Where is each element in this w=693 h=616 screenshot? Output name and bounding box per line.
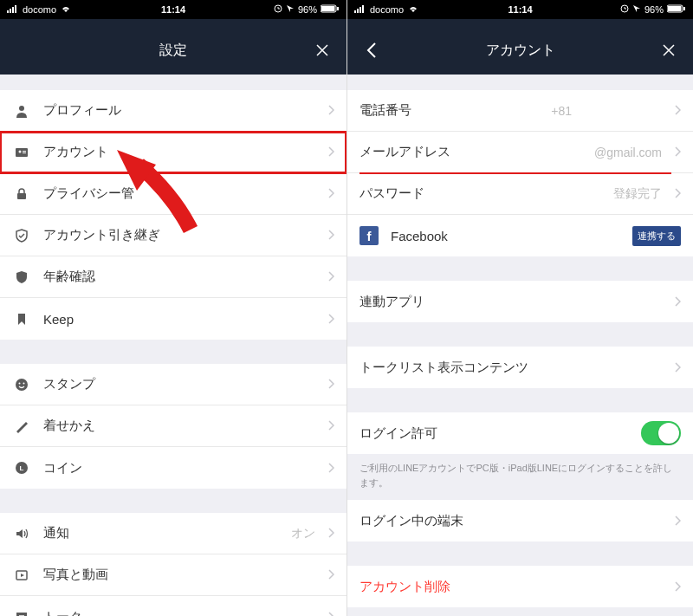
wifi-icon [60, 4, 72, 15]
page-title: アカウント [486, 42, 555, 60]
battery-label: 96% [298, 4, 317, 15]
row-linked-apps[interactable]: 連動アプリ [347, 281, 693, 322]
row-label: 着せかえ [43, 418, 315, 434]
chevron-right-icon [674, 580, 681, 594]
chevron-right-icon [327, 461, 334, 476]
svg-rect-30 [683, 7, 685, 10]
tab-strip [0, 19, 346, 26]
svg-rect-7 [337, 7, 339, 10]
row-coins[interactable]: L コイン [0, 447, 346, 489]
close-button[interactable] [644, 26, 693, 75]
chevron-right-icon [327, 103, 334, 118]
play-icon [12, 567, 31, 583]
badge-icon [12, 269, 31, 285]
svg-rect-6 [321, 6, 335, 11]
row-login-allow[interactable]: ログイン許可 [347, 412, 693, 454]
row-themes[interactable]: 着せかえ [0, 405, 346, 447]
svg-rect-0 [7, 10, 9, 13]
row-privacy[interactable]: プライバシー管 [0, 173, 346, 215]
chevron-right-icon [674, 360, 681, 375]
row-label: 写真と動画 [43, 567, 315, 583]
login-allow-help: ご利用のLINEアカウントでPC版・iPad版LINEにログインすることを許しま… [347, 454, 693, 500]
login-allow-toggle[interactable] [641, 421, 681, 445]
svg-point-15 [19, 382, 21, 384]
chevron-right-icon [674, 103, 681, 118]
row-label: 電話番号 [359, 102, 539, 119]
chevron-left-icon [366, 42, 378, 59]
svg-point-16 [23, 382, 25, 384]
row-talk[interactable]: トーク [0, 596, 346, 616]
row-label: ログイン中の端末 [359, 513, 662, 529]
account-screen: docomo 11:14 96% アカウント 電話番号 +81 [346, 0, 693, 616]
row-photos[interactable]: 写真と動画 [0, 554, 346, 596]
row-label: プライバシー管 [43, 185, 315, 202]
facebook-link-button[interactable]: 連携する [632, 226, 681, 246]
svg-point-14 [16, 379, 28, 391]
status-bar: docomo 11:14 96% [0, 0, 346, 19]
row-account[interactable]: アカウント [0, 132, 346, 173]
lock-icon [12, 186, 31, 202]
annotation-underline [359, 172, 671, 174]
chevron-right-icon [327, 228, 334, 243]
chevron-right-icon [327, 312, 334, 327]
tab-strip [347, 19, 693, 26]
row-profile[interactable]: プロフィール [0, 90, 346, 132]
row-phone[interactable]: 電話番号 +81 [347, 90, 693, 132]
person-icon [12, 103, 31, 119]
chevron-right-icon [327, 186, 334, 201]
row-label: トーク [43, 609, 315, 617]
settings-list: プロフィール アカウント プライバシー管 アカウント引き継ぎ 年齢確認 [0, 75, 346, 616]
row-notifications[interactable]: 通知 オン [0, 513, 346, 554]
back-button[interactable] [347, 26, 396, 75]
row-value: オン [291, 526, 315, 541]
account-list: 電話番号 +81 メールアドレス @gmail.com パスワード 登録完了 f… [347, 75, 693, 616]
svg-rect-3 [15, 5, 16, 13]
svg-point-8 [19, 106, 24, 111]
chevron-right-icon [327, 526, 334, 541]
row-login-devices[interactable]: ログイン中の端末 [347, 500, 693, 541]
svg-rect-24 [357, 9, 359, 13]
battery-label: 96% [644, 4, 664, 15]
bookmark-icon [12, 311, 31, 327]
row-age[interactable]: 年齢確認 [0, 256, 346, 298]
row-value: +81 [551, 104, 572, 118]
row-password[interactable]: パスワード 登録完了 [347, 173, 693, 215]
chevron-right-icon [327, 269, 334, 284]
row-value: 登録完了 [613, 186, 662, 202]
svg-rect-25 [359, 7, 361, 13]
row-label: アカウント削除 [359, 579, 662, 595]
close-button[interactable] [298, 26, 346, 75]
carrier-label: docomo [23, 4, 56, 15]
speaker-icon [12, 526, 31, 541]
alarm-icon [274, 4, 282, 15]
row-email[interactable]: メールアドレス @gmail.com [347, 132, 693, 173]
row-transfer[interactable]: アカウント引き継ぎ [0, 215, 346, 256]
svg-rect-29 [668, 6, 682, 11]
alarm-icon [620, 4, 629, 15]
status-bar: docomo 11:14 96% [347, 0, 693, 19]
coin-icon: L [12, 460, 31, 476]
row-label: メールアドレス [359, 144, 518, 160]
battery-icon [321, 4, 340, 15]
page-title: 設定 [159, 42, 187, 60]
svg-rect-26 [362, 5, 364, 13]
row-label: アカウント引き継ぎ [43, 227, 315, 243]
svg-rect-11 [23, 151, 26, 152]
chevron-right-icon [327, 567, 334, 582]
row-value: @gmail.com [594, 146, 662, 159]
row-label: 通知 [43, 525, 279, 541]
chevron-right-icon [327, 145, 334, 159]
row-stamps[interactable]: スタンプ [0, 364, 346, 405]
chevron-right-icon [674, 514, 681, 528]
svg-rect-23 [354, 10, 356, 13]
battery-icon [667, 4, 686, 15]
location-icon [286, 4, 295, 15]
brush-icon [12, 418, 31, 434]
row-talk-list[interactable]: トークリスト表示コンテンツ [347, 347, 693, 388]
row-delete-account[interactable]: アカウント削除 [347, 566, 693, 607]
row-label: パスワード [359, 185, 601, 202]
row-facebook[interactable]: f Facebook 連携する [347, 215, 693, 256]
signal-icon [7, 4, 19, 15]
close-icon [660, 42, 677, 59]
row-keep[interactable]: Keep [0, 298, 346, 340]
